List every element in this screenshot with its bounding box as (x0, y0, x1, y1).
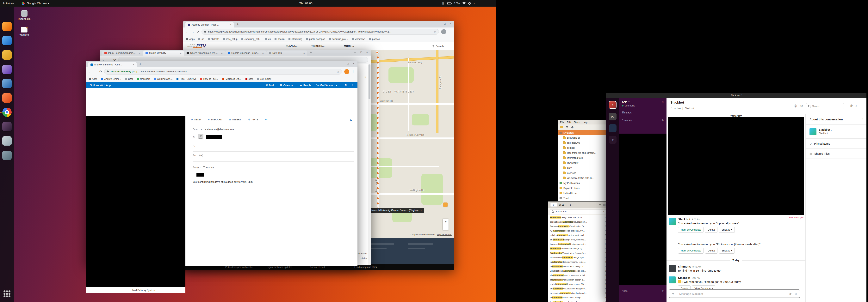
pinned-items-row[interactable]: ⊙ Pinned Items › (806, 139, 866, 149)
search-result-row[interactable]: existing automated design systems [… 7 (548, 233, 608, 237)
bookmark-item[interactable]: spss (246, 78, 253, 80)
forward-icon[interactable]: → (94, 70, 97, 73)
improve-map-link[interactable]: Improve this map (437, 233, 452, 236)
conversation-title[interactable]: Slackbot (670, 101, 684, 104)
bookmark-item[interactable]: scientific_pro… (329, 38, 348, 40)
owa-nav-item[interactable]: ▦ Calendar (280, 84, 293, 87)
maximize-button[interactable]: □ (444, 22, 445, 25)
search-result-row[interactable]: 65] automated design tools, demons… 7 (548, 237, 608, 242)
street-view-pegman[interactable] (443, 202, 447, 207)
slackbot-avatar[interactable] (669, 276, 676, 283)
bookmark-item[interactable]: timesheet (137, 78, 150, 80)
popout-icon[interactable]: ⊡ (350, 118, 352, 121)
close-button[interactable]: × (366, 51, 368, 54)
bookmark-item[interactable]: Apps (186, 38, 194, 40)
workspace-icon-dl[interactable]: DL (609, 113, 617, 121)
star-icon[interactable]: ☆ (670, 107, 673, 110)
close-panel-icon[interactable]: × (862, 117, 863, 121)
message[interactable]: Slackbot8:49 AM I will remind you "time … (669, 276, 802, 291)
search-result-row[interactable]: art automated visualization design sy… 8 (548, 286, 608, 291)
collection-row[interactable]: Duplicate Items (558, 186, 608, 191)
user-avatar[interactable] (669, 265, 676, 272)
search-result-row[interactable]: improved automated design suggesti… 1 (548, 242, 608, 246)
show-applications-icon[interactable] (3, 290, 10, 297)
collection-row[interactable]: prov (558, 166, 608, 171)
tab-close-icon[interactable]: × (262, 52, 264, 55)
browser-tab[interactable]: Uber's Autonomous Vis… × (184, 51, 225, 56)
collection-row[interactable]: user-sim (558, 171, 608, 176)
search-result-row[interactable]: automated design tools that prom… 7 (548, 215, 608, 220)
collection-row[interactable]: assurable-ai (558, 135, 608, 140)
menu-item[interactable]: File (560, 121, 564, 124)
delete-button[interactable]: Delete (705, 227, 717, 233)
bookmark-item[interactable]: workflows (352, 38, 365, 40)
tab-close-icon[interactable]: × (139, 52, 141, 55)
owa-help-icon[interactable]: ? (352, 82, 353, 88)
bookmark-item[interactable]: deakin (275, 38, 284, 40)
search-result-row[interactable]: useful automated design system. We… 6 (548, 282, 608, 286)
files-icon[interactable] (2, 51, 11, 60)
workspace-menu[interactable]: A*I* ▾ ⊙ (619, 98, 666, 104)
bookmark-item[interactable]: executing_not… (241, 38, 261, 40)
workspace-icon-3[interactable] (609, 124, 617, 132)
maximize-button[interactable]: □ (347, 62, 349, 65)
message-body[interactable]: Just confirming if today's still a good … (193, 180, 354, 183)
mark-complete-button[interactable]: Mark as Complete (678, 248, 704, 254)
browser-tab[interactable]: Journey planner - Publi… × (185, 22, 234, 28)
bookmark-item[interactable]: os (198, 38, 204, 40)
collection-row[interactable]: My Publications (558, 180, 608, 186)
settings-gear-icon[interactable]: ⚙ (800, 104, 803, 108)
bookmark-item[interactable]: How do i get… (200, 78, 219, 80)
add-item-icon[interactable]: ⊕ (571, 126, 574, 129)
browser-tab[interactable]: Andrew Simmons - Outl… × (88, 62, 136, 67)
close-button[interactable]: × (450, 22, 451, 25)
previous-page-icon[interactable]: ‹ (566, 203, 568, 206)
new-collection-icon[interactable] (560, 126, 563, 128)
subject-row[interactable]: Subject Thursday (193, 166, 354, 169)
ubuntu-software-icon[interactable] (2, 93, 11, 103)
member-row[interactable]: Slackbot ▾ Slackbot (806, 125, 866, 139)
starred-items-icon[interactable]: ☆ (855, 104, 858, 108)
snooze-button[interactable]: Snooze▾ (719, 248, 735, 254)
body-greeting-line[interactable] (193, 173, 354, 176)
owa-nav-item[interactable]: ✉ Mail (266, 84, 274, 87)
channels-section-header[interactable]: Channels ⊕ (619, 115, 666, 123)
app-menu[interactable]: Google Chrome ▾ (22, 0, 49, 7)
message[interactable]: Slackbot8:00 PM You asked me to remind y… (669, 217, 802, 233)
browser-tab[interactable]: New Tab × (267, 51, 307, 56)
attach-plus-button[interactable]: + (669, 290, 677, 298)
address-bar[interactable]: https://www.ptv.vic.gov.au/journey/#/jou… (202, 29, 439, 35)
page-number-input[interactable]: 2 (550, 203, 557, 207)
page-layout-icon[interactable]: ▥ (603, 203, 606, 206)
to-row[interactable]: To (193, 134, 354, 139)
rhythmbox-icon[interactable] (2, 65, 11, 74)
bookmark-item[interactable]: public transport (306, 38, 325, 40)
tab-close-icon[interactable]: × (133, 63, 134, 66)
bookmark-item[interactable]: csv-exploit (257, 78, 271, 80)
tab-close-icon[interactable]: × (180, 52, 182, 55)
next-page-icon[interactable]: › (569, 203, 572, 206)
search-result-row[interactable]: sophisticated automated visualization… 7 (548, 220, 608, 224)
mark-complete-button[interactable]: Mark as Complete (678, 227, 704, 233)
search-box[interactable]: Search (806, 103, 844, 109)
collection-row[interactable]: ieee-trans-vis-and-comput… (558, 150, 608, 156)
bcc-row[interactable]: Bcc + (193, 154, 354, 157)
menu-item[interactable]: Edit (567, 121, 571, 124)
cc-row[interactable]: Cc (193, 145, 354, 148)
collection-row[interactable]: interesting-talks (558, 156, 608, 161)
zoom-in-button[interactable]: + (443, 219, 448, 224)
add-recipient-icon[interactable]: + (199, 154, 203, 157)
emoji-icon[interactable]: ☺ (795, 292, 797, 295)
search-result-row[interactable]: visualization, automated design syst… 7 (548, 255, 608, 260)
search-result-row[interactable]: for automated visualization design… 10 (548, 300, 608, 302)
bookmark-star-icon[interactable]: ☆ (337, 70, 339, 73)
scrollbar-thumb[interactable] (369, 64, 370, 99)
bookmark-item[interactable]: Microsoft Offi… (222, 78, 241, 80)
browser-tab[interactable]: Google Calendar - June 2… × (225, 51, 266, 56)
info-icon[interactable]: ⓘ (794, 104, 797, 108)
tab-close-icon[interactable]: × (221, 52, 223, 55)
page-close-icon[interactable]: × (365, 75, 366, 78)
new-tab-button[interactable]: + (310, 51, 312, 55)
text-editor-icon[interactable] (2, 136, 11, 145)
nav-plan[interactable]: PLAN A… (286, 42, 298, 50)
